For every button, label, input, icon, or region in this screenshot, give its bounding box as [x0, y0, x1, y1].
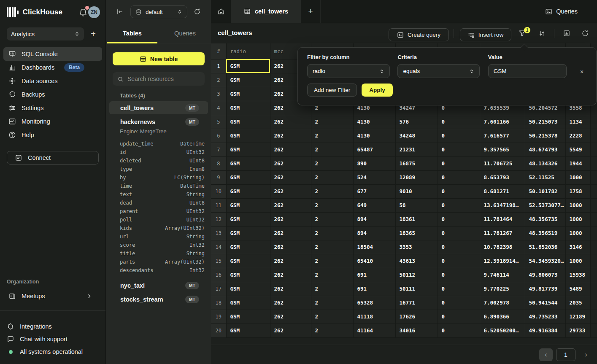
- data-cell[interactable]: 7.601166: [480, 115, 525, 129]
- data-cell[interactable]: 48.674793: [525, 143, 565, 156]
- data-cell[interactable]: 10.782398: [480, 240, 525, 254]
- data-cell[interactable]: 576: [395, 115, 438, 129]
- data-cell[interactable]: 691: [353, 268, 395, 282]
- current-page[interactable]: 1: [556, 348, 575, 361]
- search-box[interactable]: [113, 72, 205, 86]
- tab-tables[interactable]: Tables: [106, 23, 159, 43]
- data-cell[interactable]: 0: [438, 282, 480, 296]
- data-cell[interactable]: 894: [353, 226, 395, 240]
- apply-filter-button[interactable]: Apply: [362, 84, 393, 97]
- queries-button[interactable]: Queries: [545, 0, 578, 23]
- data-cell[interactable]: 2: [311, 129, 353, 143]
- data-cell[interactable]: 677: [353, 184, 395, 198]
- data-cell[interactable]: 262: [270, 156, 311, 170]
- data-cell[interactable]: 2: [311, 310, 353, 324]
- data-cell[interactable]: 262: [270, 170, 311, 184]
- data-cell[interactable]: 34248: [395, 129, 438, 143]
- data-cell[interactable]: 262: [270, 296, 311, 310]
- data-cell[interactable]: 262: [270, 212, 311, 226]
- data-cell[interactable]: 0: [438, 268, 480, 282]
- data-cell[interactable]: 49.735233: [525, 310, 565, 324]
- refresh-panel-icon[interactable]: [194, 8, 201, 15]
- data-cell[interactable]: 50.101782: [525, 184, 565, 198]
- data-cell[interactable]: 2: [311, 198, 353, 212]
- data-cell[interactable]: 894: [353, 212, 395, 226]
- data-cell[interactable]: 12189: [565, 310, 590, 324]
- data-cell[interactable]: 11.781267: [480, 226, 525, 240]
- data-cell[interactable]: GSM: [226, 212, 270, 226]
- data-cell[interactable]: 8.653793: [480, 170, 525, 184]
- next-page-button[interactable]: ›: [581, 348, 592, 361]
- notifications-bell-icon[interactable]: [78, 8, 89, 19]
- table-item-nyc-taxi[interactable]: nyc_taxi MT: [109, 279, 208, 292]
- sidebar-item-data-sources[interactable]: Data sources: [3, 74, 102, 88]
- data-cell[interactable]: 9.357565: [480, 143, 525, 156]
- data-cell[interactable]: 50.215378: [525, 129, 565, 143]
- data-cell[interactable]: 9010: [395, 184, 438, 198]
- data-cell[interactable]: 65487: [353, 143, 395, 156]
- data-cell[interactable]: GSM: [226, 296, 270, 310]
- refresh-icon[interactable]: [581, 30, 589, 37]
- data-cell[interactable]: GSM: [226, 254, 270, 268]
- data-cell[interactable]: 262: [270, 198, 311, 212]
- data-cell[interactable]: 5549: [565, 143, 590, 156]
- data-cell[interactable]: 2035: [565, 296, 590, 310]
- sidebar-item-sql-console[interactable]: SQL Console: [3, 47, 102, 61]
- data-cell[interactable]: 16771: [395, 296, 438, 310]
- sidebar-item-backups[interactable]: Backups: [3, 88, 102, 101]
- database-selector[interactable]: default: [130, 5, 187, 18]
- data-cell[interactable]: 18504: [353, 240, 395, 254]
- connect-button[interactable]: Connect: [7, 151, 99, 164]
- data-cell[interactable]: 49.806073: [525, 268, 565, 282]
- data-cell[interactable]: 1134: [565, 115, 590, 129]
- data-cell[interactable]: 1944: [565, 156, 590, 170]
- data-cell[interactable]: GSM: [226, 282, 270, 296]
- data-cell[interactable]: 51.852036: [525, 240, 565, 254]
- data-cell[interactable]: 262: [270, 324, 311, 337]
- data-cell[interactable]: 262: [270, 184, 311, 198]
- sort-icon[interactable]: [538, 30, 546, 37]
- data-cell[interactable]: 52.5373077…: [525, 198, 565, 212]
- filter-column-select[interactable]: radio: [307, 64, 390, 78]
- sidebar-item-help[interactable]: Help: [3, 128, 102, 142]
- avatar[interactable]: ZN: [88, 6, 100, 18]
- data-cell[interactable]: 524: [353, 170, 395, 184]
- data-cell[interactable]: 2: [311, 226, 353, 240]
- data-cell[interactable]: 0: [438, 143, 480, 156]
- table-item-hackernews[interactable]: hackernews MT: [109, 115, 208, 128]
- data-cell[interactable]: 21231: [395, 143, 438, 156]
- data-cell[interactable]: 2: [311, 115, 353, 129]
- table-item-cell-towers[interactable]: cell_towers MT: [109, 101, 208, 114]
- data-cell[interactable]: 43613: [395, 254, 438, 268]
- data-cell[interactable]: 16875: [395, 156, 438, 170]
- data-cell[interactable]: 890: [353, 156, 395, 170]
- data-cell[interactable]: 0: [438, 296, 480, 310]
- data-cell[interactable]: 262: [270, 115, 311, 129]
- add-workspace-button[interactable]: +: [88, 29, 98, 39]
- data-cell[interactable]: 17626: [395, 310, 438, 324]
- data-cell[interactable]: 12.3918914…: [480, 254, 525, 268]
- data-cell[interactable]: 3353: [395, 240, 438, 254]
- data-cell[interactable]: 2228: [565, 129, 590, 143]
- data-cell[interactable]: 0: [438, 226, 480, 240]
- data-cell[interactable]: 18365: [395, 226, 438, 240]
- data-cell[interactable]: 2: [311, 254, 353, 268]
- data-cell[interactable]: 0: [438, 310, 480, 324]
- data-cell[interactable]: 5489: [565, 282, 590, 296]
- sidebar-item-settings[interactable]: Settings: [3, 101, 102, 115]
- data-cell[interactable]: GSM: [226, 73, 270, 87]
- download-icon[interactable]: [563, 30, 570, 37]
- data-cell[interactable]: GSM: [226, 156, 270, 170]
- data-cell[interactable]: 65410: [353, 254, 395, 268]
- data-cell[interactable]: 8.681271: [480, 184, 525, 198]
- data-cell[interactable]: GSM: [226, 268, 270, 282]
- data-cell[interactable]: GSM: [226, 324, 270, 337]
- data-cell[interactable]: 9.746114: [480, 268, 525, 282]
- data-cell[interactable]: 262: [270, 254, 311, 268]
- data-cell[interactable]: 2: [311, 240, 353, 254]
- data-cell[interactable]: 2: [311, 324, 353, 337]
- tab-cell-towers[interactable]: cell_towers: [231, 0, 301, 23]
- data-cell[interactable]: 262: [270, 129, 311, 143]
- data-cell[interactable]: 2: [311, 143, 353, 156]
- data-cell[interactable]: 1000: [565, 212, 590, 226]
